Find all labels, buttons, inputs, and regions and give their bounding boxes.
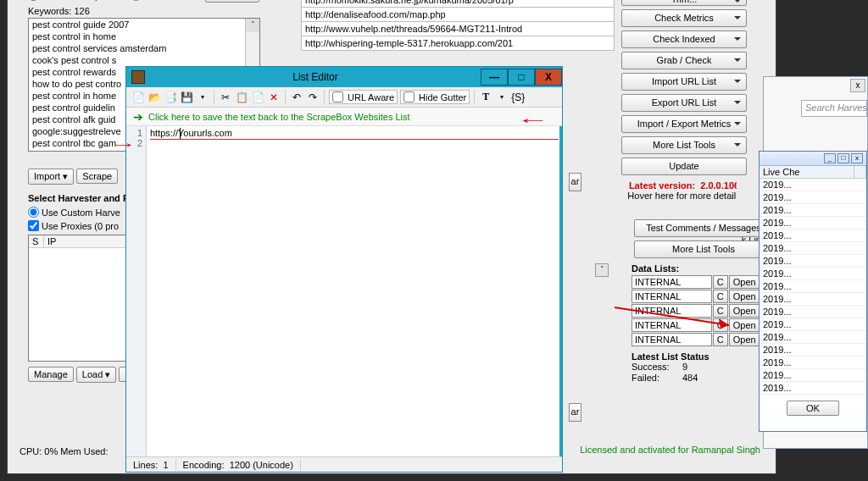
hide-gutter-checkbox[interactable]: Hide Gutter: [400, 90, 470, 104]
platforms-radio[interactable]: Platforms: [131, 0, 183, 1]
s-brace-icon[interactable]: {S}: [511, 91, 525, 104]
save-icon[interactable]: 💾: [180, 91, 193, 104]
live-row[interactable]: 2019...: [760, 204, 866, 217]
keyword-item[interactable]: pest control guide 2007: [29, 19, 259, 30]
live-max-icon[interactable]: □: [837, 153, 849, 163]
rt-import-url-list-button[interactable]: Import URL List: [621, 73, 747, 91]
keyword-item[interactable]: pest control services amsterdam: [29, 42, 259, 54]
data-list-name[interactable]: INTERNAL: [632, 275, 712, 289]
delete-icon[interactable]: ✕: [267, 91, 281, 104]
right-toolbar: Trim... Check MetricsCheck IndexedGrab /…: [608, 0, 760, 201]
open-file-icon[interactable]: 📂: [147, 91, 161, 104]
live-row[interactable]: 2019...: [760, 255, 866, 268]
data-list-name[interactable]: INTERNAL: [632, 318, 712, 332]
hover-hint: Hover here for more details: [627, 191, 740, 201]
live-close-icon[interactable]: x: [851, 153, 863, 163]
new-file-icon[interactable]: 📄: [131, 91, 145, 104]
url-row[interactable]: http://momokiki.sakura.ne.jp/kumakuma/20…: [301, 0, 615, 8]
live-row[interactable]: 2019...: [760, 382, 866, 395]
data-list-c-button[interactable]: C: [713, 318, 728, 332]
live-row[interactable]: 2019...: [760, 293, 866, 306]
rt-export-url-list-button[interactable]: Export URL List: [621, 94, 747, 112]
cut-ar-button2[interactable]: ar: [569, 403, 581, 422]
paste-icon[interactable]: 📄: [251, 91, 264, 104]
editor-titlebar[interactable]: List Editor — □ X: [126, 67, 562, 87]
more-list-tools-button2[interactable]: More List Tools: [634, 240, 773, 258]
live-ok-button[interactable]: OK: [787, 401, 839, 416]
rt-grab-check-button[interactable]: Grab / Check: [621, 52, 747, 69]
copy-files-icon[interactable]: 📑: [164, 91, 177, 104]
live-col[interactable]: Live Che: [760, 166, 854, 178]
live-row[interactable]: 2019...: [760, 280, 866, 293]
live-row[interactable]: 2019...: [760, 318, 866, 331]
rt-check-indexed-button[interactable]: Check Indexed: [621, 30, 747, 48]
live-min-icon[interactable]: _: [824, 153, 836, 163]
data-list-row: INTERNALCOpenE: [632, 318, 776, 332]
url-row[interactable]: http://whispering-temple-5317.herokuapp.…: [301, 36, 615, 51]
small-dd-arrow[interactable]: ˅: [595, 263, 609, 277]
data-list-name[interactable]: INTERNAL: [632, 290, 712, 303]
live-row[interactable]: 2019...: [760, 357, 866, 369]
live-row[interactable]: 2019...: [760, 179, 866, 191]
trim-button[interactable]: Trim...: [621, 0, 747, 6]
test-comments-button[interactable]: Test Comments / Messages: [634, 219, 773, 237]
url-row[interactable]: http://denaliseafood.com/map.php: [301, 8, 615, 22]
import-button[interactable]: Import ▾: [28, 169, 74, 185]
data-list-name[interactable]: INTERNAL: [632, 304, 712, 318]
text-tool-icon[interactable]: T: [479, 91, 492, 104]
rt-update-button[interactable]: Update: [621, 158, 747, 175]
live-row[interactable]: 2019...: [760, 369, 866, 382]
side-panel-close-button[interactable]: x: [850, 79, 865, 92]
editor-maximize-button[interactable]: □: [508, 69, 535, 86]
data-list-open-button[interactable]: Open: [729, 275, 760, 289]
harvested-url-list[interactable]: http://momokiki.sakura.ne.jp/kumakuma/20…: [301, 0, 615, 51]
keyword-item[interactable]: pest control in home: [29, 30, 259, 42]
text-dd-icon[interactable]: ▾: [495, 91, 509, 104]
data-list-c-button[interactable]: C: [713, 333, 728, 346]
data-list-c-button[interactable]: C: [713, 290, 728, 303]
keyword-item[interactable]: cook's pest control s: [29, 54, 259, 66]
save-dd-icon[interactable]: ▾: [196, 91, 209, 104]
rt-more-list-tools-button[interactable]: More List Tools: [621, 136, 747, 154]
url-row[interactable]: http://www.vuhelp.net/threads/59664-MGT2…: [301, 22, 615, 36]
undo-icon[interactable]: ↶: [290, 91, 303, 104]
live-row[interactable]: 2019...: [760, 191, 866, 204]
data-list-open-button[interactable]: Open: [729, 290, 760, 303]
live-rows[interactable]: 2019...2019...2019...2019...2019...2019.…: [760, 179, 866, 395]
data-list-open-button[interactable]: Open: [729, 318, 760, 332]
data-list-open-button[interactable]: Open: [729, 304, 760, 318]
rt-check-metrics-button[interactable]: Check Metrics: [621, 9, 747, 27]
redo-icon[interactable]: ↷: [306, 91, 320, 104]
live-row[interactable]: 2019...: [760, 331, 866, 344]
live-row[interactable]: 2019...: [760, 229, 866, 242]
url-aware-checkbox[interactable]: URL Aware: [329, 90, 398, 104]
custom-footprint-radio[interactable]: Custom Footprint: [28, 0, 113, 1]
live-row[interactable]: 2019...: [760, 242, 866, 255]
rt-import-export-metrics-button[interactable]: Import / Export Metrics: [621, 115, 747, 133]
data-list-c-button[interactable]: C: [713, 275, 728, 289]
live-row[interactable]: 2019...: [760, 268, 866, 280]
copy-icon[interactable]: 📋: [235, 91, 248, 104]
live-row[interactable]: 2019...: [760, 344, 866, 357]
live-check-window: _□x Live Che 2019...2019...2019...2019..…: [759, 151, 867, 432]
search-harvester-input[interactable]: Search Harveste: [801, 100, 867, 117]
editor-save-hint-bar[interactable]: ➔ Click here to save the text back to th…: [126, 108, 562, 126]
scroll-up-icon[interactable]: ˄: [246, 19, 259, 32]
load-button[interactable]: Load ▾: [76, 367, 117, 383]
cut-icon[interactable]: ✂: [219, 91, 232, 104]
data-list-name[interactable]: INTERNAL: [632, 333, 712, 346]
data-list-c-button[interactable]: C: [713, 304, 728, 318]
scrape-button[interactable]: Scrape: [76, 169, 118, 184]
editor-close-button[interactable]: X: [535, 69, 562, 86]
live-titlebar[interactable]: _□x: [760, 152, 866, 166]
platforms-button[interactable]: Platforms: [205, 0, 259, 3]
live-row[interactable]: 2019...: [760, 306, 866, 318]
editor-text-area[interactable]: https://Yoururls.com: [147, 126, 562, 456]
editor-minimize-button[interactable]: —: [481, 69, 508, 86]
cut-ar-button1[interactable]: ar: [569, 173, 581, 191]
live-row[interactable]: 2019...: [760, 217, 866, 229]
ip-col-s[interactable]: S: [29, 235, 44, 247]
manage-button[interactable]: Manage: [28, 367, 74, 382]
data-list-open-button[interactable]: Open: [729, 333, 760, 346]
latest-list-status: Latest List Status Success:9 Failed:484: [632, 351, 776, 383]
